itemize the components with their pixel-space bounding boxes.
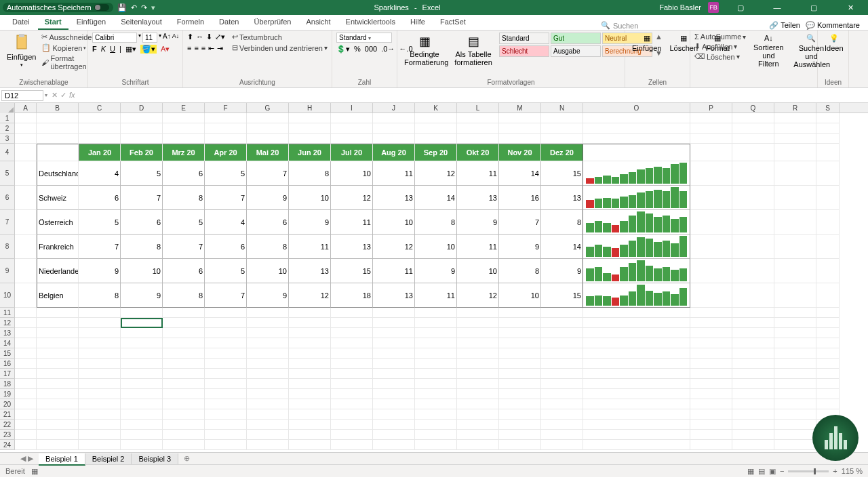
cell[interactable] xyxy=(690,328,732,338)
cell[interactable]: Belgien xyxy=(37,283,79,308)
cell[interactable]: 9 xyxy=(79,259,121,283)
cell[interactable] xyxy=(774,161,816,186)
ribbon-tab-hilfe[interactable]: Hilfe xyxy=(403,15,432,30)
insert-cells-button[interactable]: ▦Einfügen xyxy=(629,33,664,54)
cell[interactable] xyxy=(774,123,816,134)
cell[interactable] xyxy=(732,409,774,420)
cell[interactable] xyxy=(415,420,457,430)
col-header[interactable]: E xyxy=(163,103,205,113)
cell[interactable] xyxy=(774,144,816,161)
cell[interactable] xyxy=(247,430,289,440)
cell[interactable] xyxy=(37,144,79,161)
cell[interactable] xyxy=(37,409,79,420)
cell[interactable]: 12 xyxy=(289,283,331,308)
cell[interactable] xyxy=(15,210,37,235)
cell[interactable] xyxy=(373,134,415,144)
grow-font-icon[interactable]: A↑ xyxy=(163,33,171,43)
cell[interactable]: 4 xyxy=(205,210,247,235)
cell[interactable] xyxy=(289,338,331,348)
cell[interactable]: 7 xyxy=(205,283,247,308)
cell[interactable] xyxy=(690,389,732,399)
cell[interactable] xyxy=(205,399,247,409)
ribbon-tab-datei[interactable]: Datei xyxy=(5,15,37,30)
cell[interactable] xyxy=(373,399,415,409)
cell[interactable] xyxy=(15,161,37,186)
cell[interactable] xyxy=(816,134,840,144)
font-size-select[interactable]: 11 xyxy=(142,33,157,43)
cell[interactable] xyxy=(774,359,816,369)
undo-icon[interactable]: ↶ xyxy=(131,3,137,12)
cell[interactable]: 8 xyxy=(541,210,583,235)
cell[interactable] xyxy=(289,359,331,369)
merge-button[interactable]: ⊟Verbinden und zentrieren▾ xyxy=(232,43,328,52)
cell[interactable] xyxy=(774,186,816,210)
cell[interactable] xyxy=(457,379,499,389)
cell[interactable] xyxy=(373,389,415,399)
cell[interactable] xyxy=(816,369,840,379)
orientation-icon[interactable]: ⤢▾ xyxy=(215,33,225,41)
cell[interactable] xyxy=(37,348,79,359)
cell[interactable] xyxy=(541,328,583,338)
cell[interactable]: 12 xyxy=(331,186,373,210)
cell[interactable] xyxy=(415,359,457,369)
cell[interactable] xyxy=(690,399,732,409)
cell[interactable] xyxy=(15,379,37,389)
row-header[interactable]: 23 xyxy=(0,430,15,440)
cell[interactable]: 9 xyxy=(415,259,457,283)
cell[interactable] xyxy=(331,369,373,379)
cell[interactable]: 12 xyxy=(415,161,457,186)
cell[interactable] xyxy=(499,338,541,348)
cell[interactable] xyxy=(690,259,732,283)
cell[interactable] xyxy=(774,379,816,389)
cell[interactable] xyxy=(289,113,331,123)
number-format-select[interactable]: Standard xyxy=(336,33,392,43)
cell[interactable] xyxy=(289,420,331,430)
cell[interactable] xyxy=(331,338,373,348)
col-header[interactable]: G xyxy=(247,103,289,113)
search-box[interactable]: 🔍Suchen xyxy=(601,21,638,30)
cell[interactable]: 6 xyxy=(79,186,121,210)
col-header[interactable]: Q xyxy=(732,103,774,113)
col-header[interactable]: H xyxy=(289,103,331,113)
sheet-nav-icon[interactable]: ◀ ▶ xyxy=(20,454,33,463)
cell[interactable] xyxy=(415,379,457,389)
cell[interactable] xyxy=(541,308,583,318)
cell[interactable]: 11 xyxy=(373,259,415,283)
cell[interactable] xyxy=(15,338,37,348)
cell[interactable]: 11 xyxy=(331,210,373,235)
cell[interactable]: 6 xyxy=(163,259,205,283)
row-header[interactable]: 3 xyxy=(0,134,15,144)
cell[interactable] xyxy=(583,123,690,134)
cell[interactable]: 8 xyxy=(289,161,331,186)
cell[interactable]: 16 xyxy=(499,186,541,210)
cell[interactable] xyxy=(247,389,289,399)
cell[interactable]: 6 xyxy=(205,235,247,259)
paste-button[interactable]: Einfügen▾ xyxy=(4,33,39,69)
row-header[interactable]: 7 xyxy=(0,210,15,235)
cell[interactable] xyxy=(415,399,457,409)
cell[interactable] xyxy=(373,308,415,318)
cell[interactable] xyxy=(289,123,331,134)
cell[interactable] xyxy=(79,308,121,318)
cell[interactable] xyxy=(690,161,732,186)
cell[interactable] xyxy=(163,328,205,338)
zoom-slider[interactable] xyxy=(788,470,829,472)
cell[interactable] xyxy=(15,430,37,440)
cell[interactable]: Österreich xyxy=(37,210,79,235)
cell[interactable] xyxy=(774,348,816,359)
cell[interactable]: 7 xyxy=(121,186,163,210)
active-cell[interactable] xyxy=(121,318,163,328)
cell[interactable] xyxy=(774,399,816,409)
cell[interactable] xyxy=(583,430,690,440)
view-break-icon[interactable]: ▣ xyxy=(769,467,776,476)
row-header[interactable]: 6 xyxy=(0,186,15,210)
cell[interactable] xyxy=(816,113,840,123)
cell[interactable] xyxy=(583,210,690,235)
cell[interactable]: 7 xyxy=(205,186,247,210)
col-header[interactable]: S xyxy=(816,103,840,113)
cell[interactable] xyxy=(732,348,774,359)
cell[interactable]: 13 xyxy=(373,283,415,308)
cell[interactable] xyxy=(163,420,205,430)
cell[interactable] xyxy=(541,318,583,328)
cell[interactable]: Sep 20 xyxy=(415,144,457,161)
